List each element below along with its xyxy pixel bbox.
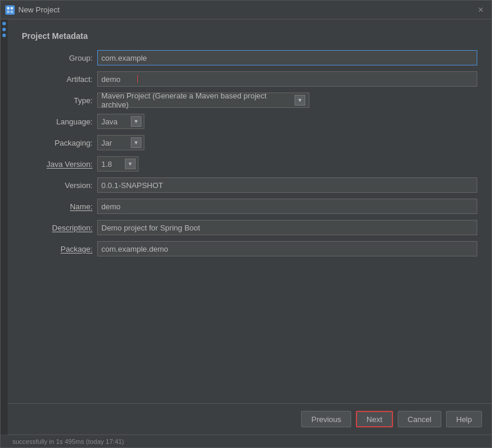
svg-rect-2: [7, 11, 9, 13]
chevron-down-icon: ▼: [298, 97, 303, 103]
package-label: Package:: [22, 245, 93, 253]
dialog-footer: Previous Next Cancel Help: [8, 403, 491, 434]
java-version-wrapper: 1.8 ▼: [97, 156, 477, 172]
version-input-wrapper: [97, 177, 477, 193]
svg-rect-0: [7, 7, 9, 9]
next-button[interactable]: Next: [356, 411, 393, 427]
java-version-label: Java Version:: [22, 160, 93, 169]
type-dropdown-text: Maven Project (Generate a Maven based pr…: [101, 91, 291, 109]
language-dropdown-text: Java: [101, 117, 128, 126]
group-input[interactable]: [97, 50, 477, 65]
sidebar-indicator: [2, 34, 6, 37]
name-input[interactable]: [97, 199, 477, 214]
group-label: Group:: [22, 54, 93, 62]
name-label: Name:: [22, 202, 93, 211]
artifact-input-wrapper: [97, 71, 477, 87]
version-label: Version:: [22, 181, 93, 190]
package-input-wrapper: [97, 241, 477, 256]
chevron-down-icon: ▼: [134, 140, 139, 146]
packaging-wrapper: Jar ▼: [97, 135, 477, 150]
svg-rect-3: [11, 11, 13, 13]
description-label: Description:: [22, 223, 93, 232]
dialog-area: Project Metadata Group: Artifact:: [8, 19, 491, 447]
packaging-label: Packaging:: [22, 139, 93, 147]
version-input[interactable]: [97, 177, 477, 193]
type-label: Type:: [22, 96, 93, 105]
description-input-wrapper: [97, 220, 477, 235]
sidebar-indicator: [2, 28, 6, 31]
main-area: Project Metadata Group: Artifact:: [1, 19, 491, 447]
chevron-down-icon: ▼: [134, 118, 139, 124]
language-dropdown[interactable]: Java ▼: [97, 114, 144, 129]
left-sidebar: [1, 19, 8, 434]
packaging-chevron-icon[interactable]: ▼: [131, 137, 141, 148]
cancel-button[interactable]: Cancel: [398, 411, 441, 427]
java-version-dropdown[interactable]: 1.8 ▼: [97, 156, 138, 172]
packaging-dropdown-text: Jar: [101, 139, 128, 147]
new-project-window: New Project × Project Metadata Group:: [0, 0, 492, 448]
title-bar: New Project ×: [1, 1, 491, 19]
previous-button[interactable]: Previous: [301, 411, 351, 427]
close-button[interactable]: ×: [475, 4, 487, 16]
form-grid: Group: Artifact: Type: Maven Project (Ge…: [22, 50, 477, 256]
name-input-wrapper: [97, 199, 477, 214]
status-text: successfully in 1s 495ms (today 17:41): [12, 438, 124, 445]
description-input[interactable]: [97, 220, 477, 235]
section-title: Project Metadata: [22, 31, 477, 41]
language-label: Language:: [22, 117, 93, 126]
java-version-dropdown-text: 1.8: [101, 160, 123, 169]
status-bar: successfully in 1s 495ms (today 17:41): [8, 434, 491, 447]
svg-rect-1: [11, 7, 13, 9]
packaging-dropdown[interactable]: Jar ▼: [97, 135, 144, 150]
help-button[interactable]: Help: [446, 411, 482, 427]
package-input[interactable]: [97, 241, 477, 256]
artifact-input[interactable]: [97, 71, 477, 87]
artifact-label: Artifact:: [22, 75, 93, 84]
group-input-wrapper: [97, 50, 477, 65]
language-wrapper: Java ▼: [97, 114, 477, 129]
dialog-content: Project Metadata Group: Artifact:: [8, 19, 491, 403]
java-version-chevron-icon[interactable]: ▼: [125, 159, 136, 169]
language-chevron-icon[interactable]: ▼: [131, 116, 141, 127]
sidebar-indicator: [2, 22, 6, 25]
type-dropdown[interactable]: Maven Project (Generate a Maven based pr…: [97, 93, 309, 108]
text-cursor: [137, 75, 138, 83]
chevron-down-icon: ▼: [128, 161, 133, 167]
window-title: New Project: [18, 5, 471, 14]
type-dropdown-chevron-icon[interactable]: ▼: [295, 95, 305, 106]
window-icon: [5, 5, 15, 15]
